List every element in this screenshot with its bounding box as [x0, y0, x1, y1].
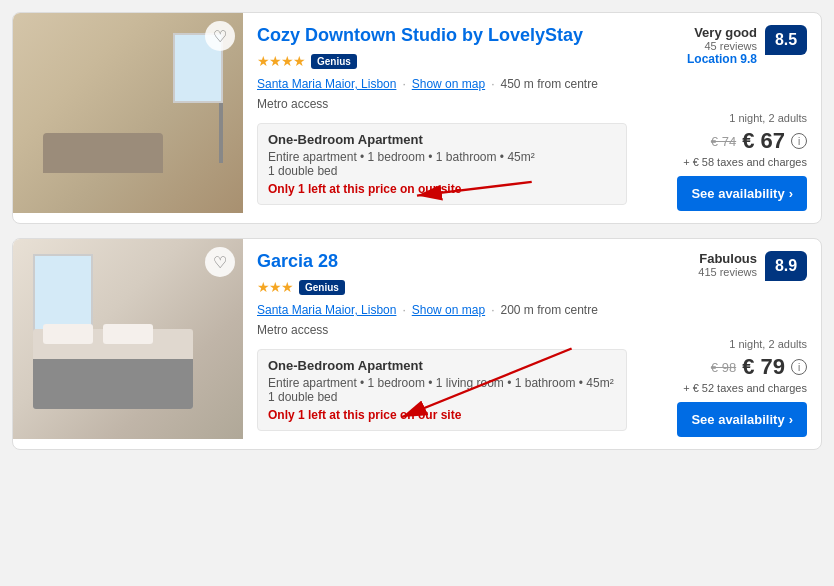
- taxes-text-2: + € 52 taxes and charges: [677, 382, 807, 394]
- original-price-1: € 74: [711, 134, 736, 149]
- discounted-price-2: € 79: [742, 354, 785, 380]
- listing-body-2: Garcia 28 ★★★ Genius Santa Maria Maior, …: [243, 239, 641, 449]
- listing-pricing-1: Very good 45 reviews Location 9.8 8.5 1 …: [641, 13, 821, 223]
- rating-reviews-1: 45 reviews: [687, 40, 757, 52]
- rating-badge-1: 8.5: [765, 25, 807, 55]
- price-info-icon-1[interactable]: i: [791, 133, 807, 149]
- nights-info-2: 1 night, 2 adults: [677, 338, 807, 350]
- rating-label-2: Fabulous: [698, 251, 757, 266]
- listing-pricing-2: Fabulous 415 reviews 8.9 1 night, 2 adul…: [641, 239, 821, 449]
- chevron-right-icon-2: ›: [789, 412, 793, 427]
- price-row-1: € 74 € 67 i: [677, 128, 807, 154]
- location-link-2[interactable]: Santa Maria Maior, Lisbon: [257, 303, 396, 317]
- room-type-title-1: One-Bedroom Apartment: [268, 132, 616, 147]
- taxes-text-1: + € 58 taxes and charges: [677, 156, 807, 168]
- rating-text-1: Very good 45 reviews Location 9.8: [687, 25, 757, 66]
- see-availability-btn-2[interactable]: See availability ›: [677, 402, 807, 437]
- urgency-text-2: Only 1 left at this price on our site: [268, 408, 616, 422]
- price-section-2: 1 night, 2 adults € 98 € 79 i + € 52 tax…: [677, 338, 807, 437]
- rating-section-1: Very good 45 reviews Location 9.8 8.5: [687, 25, 807, 66]
- listing-title-2[interactable]: Garcia 28: [257, 251, 627, 272]
- genius-badge-1: Genius: [311, 54, 357, 69]
- rating-section-2: Fabulous 415 reviews 8.9: [698, 251, 807, 281]
- room-pillow-2: [103, 324, 153, 344]
- see-availability-btn-1[interactable]: See availability ›: [677, 176, 807, 211]
- location-row-1: Santa Maria Maior, Lisbon · Show on map …: [257, 77, 627, 91]
- chevron-right-icon-1: ›: [789, 186, 793, 201]
- rating-text-2: Fabulous 415 reviews: [698, 251, 757, 278]
- listing-title-1[interactable]: Cozy Downtown Studio by LovelyStay: [257, 25, 627, 46]
- room-details-1b: 1 double bed: [268, 164, 616, 178]
- listing-body-1: Cozy Downtown Studio by LovelyStay ★★★★ …: [243, 13, 641, 223]
- price-info-icon-2[interactable]: i: [791, 359, 807, 375]
- stars-genius-row-2: ★★★ Genius: [257, 279, 627, 295]
- wishlist-button-1[interactable]: ♡: [205, 21, 235, 51]
- room-pillow-1: [43, 324, 93, 344]
- metro-access-2: Metro access: [257, 323, 627, 337]
- location-score-1: Location 9.8: [687, 52, 757, 66]
- room-blanket: [33, 359, 193, 409]
- stars-1: ★★★★: [257, 53, 305, 69]
- wishlist-button-2[interactable]: ♡: [205, 247, 235, 277]
- listing-image-2: ♡: [13, 239, 243, 439]
- urgency-text-1: Only 1 left at this price on our site: [268, 182, 616, 196]
- location-row-2: Santa Maria Maior, Lisbon · Show on map …: [257, 303, 627, 317]
- stars-2: ★★★: [257, 279, 293, 295]
- room-type-box-1: One-Bedroom Apartment Entire apartment •…: [257, 123, 627, 205]
- price-row-2: € 98 € 79 i: [677, 354, 807, 380]
- listing-card-1: ♡ Cozy Downtown Studio by LovelyStay ★★★…: [12, 12, 822, 224]
- rating-badge-2: 8.9: [765, 251, 807, 281]
- listing-image-1: ♡: [13, 13, 243, 213]
- room-details-1a: Entire apartment • 1 bedroom • 1 bathroo…: [268, 150, 616, 164]
- location-link-1[interactable]: Santa Maria Maior, Lisbon: [257, 77, 396, 91]
- discounted-price-1: € 67: [742, 128, 785, 154]
- stars-genius-row-1: ★★★★ Genius: [257, 53, 627, 69]
- room-details-2a: Entire apartment • 1 bedroom • 1 living …: [268, 376, 616, 390]
- metro-access-1: Metro access: [257, 97, 627, 111]
- room-details-2b: 1 double bed: [268, 390, 616, 404]
- room-type-title-2: One-Bedroom Apartment: [268, 358, 616, 373]
- listing-card-2: ♡ Garcia 28 ★★★ Genius Santa Maria Maior…: [12, 238, 822, 450]
- room-lamp: [219, 103, 223, 163]
- room-type-box-2: One-Bedroom Apartment Entire apartment •…: [257, 349, 627, 431]
- rating-label-1: Very good: [687, 25, 757, 40]
- nights-info-1: 1 night, 2 adults: [677, 112, 807, 124]
- room-sofa: [43, 133, 163, 173]
- rating-reviews-2: 415 reviews: [698, 266, 757, 278]
- distance-2: 200 m from centre: [500, 303, 597, 317]
- distance-1: 450 m from centre: [500, 77, 597, 91]
- original-price-2: € 98: [711, 360, 736, 375]
- show-map-1[interactable]: Show on map: [412, 77, 485, 91]
- genius-badge-2: Genius: [299, 280, 345, 295]
- show-map-2[interactable]: Show on map: [412, 303, 485, 317]
- price-section-1: 1 night, 2 adults € 74 € 67 i + € 58 tax…: [677, 112, 807, 211]
